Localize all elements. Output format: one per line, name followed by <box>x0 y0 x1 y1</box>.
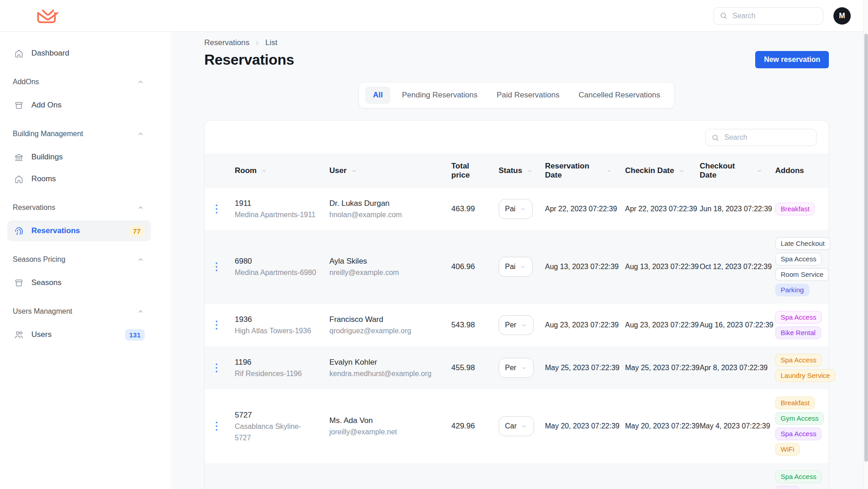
reservation-date: Aug 13, 2023 07:22:39 <box>545 263 619 270</box>
home-icon <box>14 174 24 184</box>
row-menu-icon[interactable] <box>214 261 219 273</box>
room-number: 1936 <box>235 314 317 325</box>
chevron-up-icon <box>136 255 145 264</box>
sidebar: Dashboard AddOns Add Ons Building Manage… <box>0 32 171 489</box>
column-header-status[interactable]: Status <box>492 153 539 188</box>
sidebar-item-reservations[interactable]: Reservations 77 <box>7 220 151 241</box>
addon-badge: Room Service <box>775 268 829 281</box>
sidebar-item-label: Dashboard <box>31 49 145 58</box>
user-email: hnolan@example.com <box>329 209 439 220</box>
tab-all[interactable]: All <box>365 87 391 104</box>
status-select[interactable]: Pai <box>499 199 533 219</box>
table-row: 1936 High Atlas Towers-1936 Francisco Wa… <box>205 304 828 346</box>
main-content: Reservations List Reservations New reser… <box>171 32 868 489</box>
sidebar-item-add-ons[interactable]: Add Ons <box>7 95 151 116</box>
column-header-total-price: Total price <box>445 153 492 188</box>
column-header-checkout-date[interactable]: Checkout Date <box>693 153 769 188</box>
global-search <box>713 7 823 25</box>
room-building: High Atlas Towers-1936 <box>235 325 317 336</box>
column-header-reservation-date[interactable]: Reservation Date <box>539 153 619 188</box>
row-menu-icon[interactable] <box>214 362 219 374</box>
sidebar-section-addons[interactable]: AddOns <box>13 76 145 88</box>
table-search <box>705 129 817 146</box>
breadcrumb-reservations[interactable]: Reservations <box>204 38 249 47</box>
room-building: Medina Apartments-1911 <box>235 209 317 220</box>
table-search-input[interactable] <box>724 133 811 142</box>
tab-cancelled-reservations[interactable]: Cancelled Reservations <box>571 87 668 104</box>
count-badge: 77 <box>129 225 145 237</box>
sidebar-item-label: Rooms <box>31 174 145 183</box>
app-logo[interactable] <box>36 7 59 25</box>
status-select[interactable]: Per <box>499 358 534 378</box>
checkin-date: Aug 23, 2023 07:22:39 <box>625 321 699 329</box>
addons-cell: Spa AccessWiFi <box>775 470 822 489</box>
room-number: 5727 <box>235 409 317 421</box>
sidebar-section-users-managment[interactable]: Users Managment <box>13 305 145 318</box>
table-body: 1911 Medina Apartments-1911 Dr. Lukas Du… <box>205 188 828 489</box>
status-select[interactable]: Per <box>499 315 534 335</box>
checkin-date: May 20, 2023 07:22:39 <box>625 422 700 430</box>
sidebar-section-building-management[interactable]: Building Management <box>13 127 145 140</box>
sidebar-section-label: Seasons Pricing <box>13 255 66 264</box>
new-reservation-button[interactable]: New reservation <box>755 51 829 68</box>
archive-icon <box>14 278 24 288</box>
table-row: 1196 Rif Residences-1196 Evalyn Kohler k… <box>205 346 828 389</box>
column-header-room[interactable]: Room <box>228 153 323 188</box>
user-name: Dr. Lukas Durgan <box>329 198 439 209</box>
column-header-checkin-date[interactable]: Checkin Date <box>619 153 693 188</box>
addon-badge: Breakfast <box>775 397 815 409</box>
tab-paid-reservations[interactable]: Paid Reservations <box>489 87 567 104</box>
user-name: Ayla Skiles <box>329 255 439 267</box>
table-row: 5727 Casablanca Skyline-5727 Ms. Ada Von… <box>205 389 828 463</box>
breadcrumb-list[interactable]: List <box>265 38 277 47</box>
global-search-input[interactable] <box>732 12 818 20</box>
room-building: Medina Apartments-6980 <box>235 267 317 278</box>
tab-pending-reservations[interactable]: Pending Reservations <box>394 87 485 104</box>
users-icon <box>14 330 24 340</box>
table-toolbar <box>205 129 828 153</box>
sidebar-item-dashboard[interactable]: Dashboard <box>7 43 151 64</box>
addon-badge: WiFi <box>775 443 800 456</box>
addon-badge: Spa Access <box>775 470 822 483</box>
row-menu-icon[interactable] <box>214 319 219 331</box>
sidebar-item-rooms[interactable]: Rooms <box>7 168 151 189</box>
actions-column-header <box>205 153 228 188</box>
chevron-down-icon <box>526 168 533 174</box>
sidebar-item-users[interactable]: Users 131 <box>7 324 151 345</box>
chevron-down-icon <box>521 423 528 430</box>
chevron-up-icon <box>136 130 145 138</box>
checkin-date: Apr 22, 2023 07:22:39 <box>625 205 697 213</box>
sidebar-item-buildings[interactable]: Buildings <box>7 147 151 168</box>
reservations-table: Room User Total price Status Reservation… <box>205 153 828 489</box>
chevron-up-icon <box>136 78 145 86</box>
addon-badge: Parking <box>775 284 809 296</box>
room-number: 1911 <box>235 198 317 209</box>
chevron-down-icon <box>351 168 358 174</box>
sidebar-item-label: Add Ons <box>31 101 145 110</box>
sidebar-item-label: Users <box>31 330 125 339</box>
sidebar-section-seasons-pricing[interactable]: Seasons Pricing <box>13 253 145 266</box>
column-header-user[interactable]: User <box>323 153 445 188</box>
chevron-down-icon <box>261 168 267 174</box>
sidebar-item-seasons[interactable]: Seasons <box>7 272 151 293</box>
topbar: M <box>0 0 868 32</box>
checkout-date: Oct 12, 2023 07:22:39 <box>700 263 772 270</box>
sidebar-section-label: Users Managment <box>13 307 72 316</box>
table-row: 1911 Medina Apartments-1911 Dr. Lukas Du… <box>205 188 828 230</box>
user-name: Ms. Ada Von <box>329 415 439 426</box>
row-menu-icon[interactable] <box>214 420 219 432</box>
addon-badge: WiFi <box>775 486 800 489</box>
avatar[interactable]: M <box>833 7 851 25</box>
table-row: 6980 Medina Apartments-6980 Ayla Skiles … <box>205 230 828 304</box>
breadcrumb: Reservations List <box>204 38 829 47</box>
row-menu-icon[interactable] <box>214 203 219 215</box>
status-select[interactable]: Car <box>499 416 534 436</box>
status-filter-tabs: AllPending ReservationsPaid Reservations… <box>358 82 675 108</box>
sidebar-section-reservations[interactable]: Reservations <box>13 201 145 214</box>
scrollbar-thumb[interactable] <box>864 34 868 462</box>
status-select[interactable]: Pai <box>499 257 533 277</box>
user-email: kendra.medhurst@example.org <box>329 368 439 379</box>
total-price: 429.96 <box>451 422 475 430</box>
addon-badge: Bike Rental <box>775 326 821 339</box>
user-name: Evalyn Kohler <box>329 357 439 368</box>
